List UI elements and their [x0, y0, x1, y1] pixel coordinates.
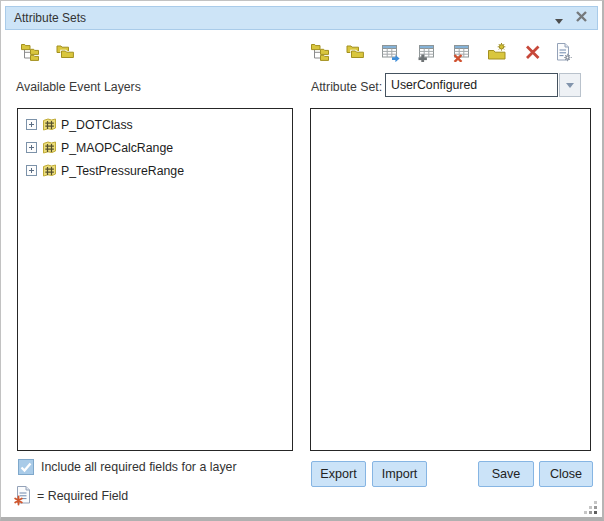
close-button[interactable] [571, 7, 591, 29]
tree-row-p-dotclass[interactable]: P_DOTClass [18, 113, 292, 136]
table-export-button[interactable] [381, 41, 403, 63]
expand-plus-icon[interactable] [26, 119, 37, 130]
chevron-down-icon [555, 19, 563, 24]
open-folders-button[interactable] [345, 41, 367, 63]
tree-item-label: P_MAOPCalcRange [61, 141, 173, 155]
available-event-layers-label: Available Event Layers [16, 75, 141, 99]
copy-attribute-set-button[interactable] [55, 41, 77, 63]
close-icon [575, 10, 588, 23]
event-layer-icon [42, 163, 57, 178]
expand-plus-icon[interactable] [26, 165, 37, 176]
import-button[interactable]: Import [372, 461, 427, 487]
dialog-title: Attribute Sets [14, 7, 86, 29]
new-attribute-set-tree-icon [20, 42, 40, 62]
export-button[interactable]: Export [311, 461, 366, 487]
attribute-set-value[interactable]: UserConfigured [385, 73, 558, 97]
table-add-icon [417, 42, 437, 62]
folder-settings-button[interactable] [487, 41, 509, 63]
delete-button[interactable] [523, 41, 545, 63]
close-button-footer[interactable]: Close [539, 461, 593, 487]
expand-plus-icon[interactable] [26, 142, 37, 153]
attribute-set-tree-icon [310, 42, 330, 62]
include-required-fields-checkbox[interactable] [18, 459, 34, 475]
required-field-icon [14, 485, 32, 506]
tree-row-p-maopcalcrange[interactable]: P_MAOPCalcRange [18, 136, 292, 159]
save-button[interactable]: Save [478, 461, 534, 487]
document-settings-button[interactable] [553, 41, 575, 63]
event-layer-icon [42, 117, 57, 132]
event-layer-icon [42, 140, 57, 155]
delete-red-x-icon [523, 42, 543, 62]
checkmark-icon [19, 460, 33, 474]
include-required-fields-label: Include all required fields for a layer [41, 459, 237, 476]
tree-item-label: P_DOTClass [61, 118, 133, 132]
tree-row-p-testpressurerange[interactable]: P_TestPressureRange [18, 159, 292, 182]
attribute-set-dropdown-button[interactable] [559, 73, 581, 97]
tree-item-label: P_TestPressureRange [61, 164, 184, 178]
document-gear-icon [553, 42, 573, 62]
required-field-label: = Required Field [37, 488, 128, 505]
attribute-set-combobox[interactable]: UserConfigured [385, 73, 581, 97]
open-folders-icon [345, 42, 365, 62]
chevron-down-icon [566, 83, 574, 88]
table-remove-button[interactable] [452, 41, 474, 63]
new-attribute-set-button[interactable] [20, 41, 42, 63]
table-remove-icon [452, 42, 472, 62]
attribute-set-label: Attribute Set: [311, 75, 382, 99]
folder-gear-icon [487, 42, 507, 62]
attribute-set-contents-list[interactable] [310, 108, 591, 451]
table-add-button[interactable] [417, 41, 439, 63]
resize-grip[interactable] [583, 500, 599, 516]
attribute-set-tree-button[interactable] [310, 41, 332, 63]
table-export-arrow-icon [381, 42, 401, 62]
collapse-button[interactable] [549, 7, 569, 29]
copy-attribute-set-folders-icon [55, 42, 75, 62]
title-bar[interactable]: Attribute Sets [5, 6, 598, 30]
attribute-sets-dialog: Attribute Sets [0, 0, 604, 521]
available-event-layers-list[interactable]: P_DOTClass P_MAOPCalcRange P_TestPressur… [17, 108, 293, 451]
